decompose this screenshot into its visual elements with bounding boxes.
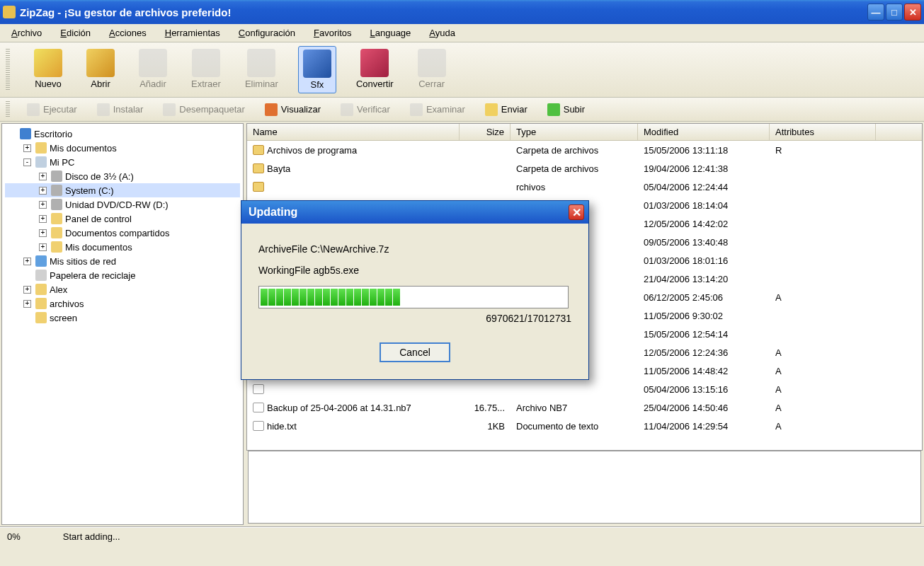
file-icon (253, 384, 264, 394)
tree-node-icon (51, 213, 62, 224)
ejecutar-icon (27, 103, 40, 116)
tree-node-label: Mis sitios de red (50, 256, 116, 267)
toolbar-sfx-button[interactable]: Sfx (298, 46, 336, 93)
status-percent: 0% (7, 531, 21, 542)
cancel-button[interactable]: Cancel (380, 342, 450, 362)
menu-acciones[interactable]: Acciones (101, 25, 155, 40)
toolbar-añadir-button: Añadir (135, 46, 171, 93)
toolbar-visualizar-button[interactable]: Visualizar (261, 101, 325, 118)
tree-node-label: Mis documentos (65, 242, 132, 253)
toolbar-extraer-button: Extraer (187, 46, 225, 93)
toolbar-subir-button[interactable]: Subir (543, 101, 589, 118)
expand-icon[interactable]: + (23, 258, 31, 265)
toolbar-desempaquetar-button: Desempaquetar (159, 101, 249, 118)
examinar-icon (410, 103, 423, 116)
column-name[interactable]: Name (247, 124, 460, 140)
tree-item[interactable]: Papelera de reciclaje (5, 268, 240, 282)
expand-icon[interactable]: + (39, 187, 47, 195)
tree-node-icon (51, 199, 62, 210)
menu-edición[interactable]: Edición (52, 25, 99, 40)
subir-icon (547, 103, 560, 116)
column-size[interactable]: Size (460, 124, 511, 140)
folder-icon (253, 145, 264, 155)
tree-item[interactable]: +Panel de control (5, 212, 240, 226)
convertir-icon (360, 49, 389, 77)
file-row[interactable]: hide.txt1KBDocumento de texto11/04/2006 … (247, 417, 922, 435)
menu-herramientas[interactable]: Herramientas (156, 25, 229, 40)
file-row[interactable]: rchivos05/04/2006 12:24:44 (247, 178, 922, 196)
column-type[interactable]: Type (511, 124, 638, 140)
tree-item[interactable]: +Disco de 3½ (A:) (5, 169, 240, 183)
tree-item[interactable]: +Documentos compartidos (5, 226, 240, 240)
file-row[interactable]: 05/04/2006 13:15:16A (247, 380, 922, 398)
tree-node-label: screen (50, 313, 77, 323)
expand-icon[interactable]: + (23, 300, 31, 308)
tree-node-label: System (C:) (65, 185, 114, 196)
maximize-button[interactable]: □ (886, 4, 903, 21)
folder-tree[interactable]: Escritorio+Mis documentos-Mi PC+Disco de… (1, 123, 244, 525)
menu-archivo[interactable]: Archivo (3, 25, 50, 40)
menu-ayuda[interactable]: Ayuda (421, 25, 464, 40)
file-row[interactable]: Archivos de programaCarpeta de archivos1… (247, 141, 922, 159)
expand-icon[interactable]: - (23, 158, 31, 166)
column-modified[interactable]: Modified (638, 124, 770, 140)
toolbar-enviar-button[interactable]: Enviar (481, 101, 532, 118)
expand-icon[interactable]: + (39, 215, 47, 223)
main-toolbar: NuevoAbrirAñadirExtraerEliminarSfxConver… (0, 42, 924, 98)
tree-node-icon (51, 171, 62, 182)
working-file-label: WorkingFile agb5s.exe (258, 265, 571, 276)
tree-node-label: Mis documentos (50, 143, 117, 154)
tree-item[interactable]: +System (C:) (5, 183, 240, 197)
expand-icon[interactable]: + (23, 286, 31, 294)
expand-icon[interactable]: + (39, 243, 47, 251)
expand-icon[interactable]: + (39, 201, 47, 209)
expand-icon[interactable]: + (23, 144, 31, 152)
tree-item[interactable]: +Mis documentos (5, 141, 240, 155)
expand-icon[interactable]: + (39, 229, 47, 237)
tree-node-icon (51, 185, 62, 196)
tree-item[interactable]: screen (5, 311, 240, 325)
tree-node-icon (35, 156, 47, 168)
tree-item[interactable]: +Mis sitios de red (5, 254, 240, 268)
menu-favoritos[interactable]: Favoritos (305, 25, 360, 40)
toolbar-examinar-button: Examinar (406, 101, 469, 118)
abrir-icon (86, 49, 115, 77)
archive-file-label: ArchiveFile C:\NewArchive.7z (258, 243, 571, 255)
dialog-close-button[interactable]: ✕ (569, 204, 584, 220)
column-attributes[interactable]: Attributes (770, 124, 876, 140)
extraer-icon (192, 49, 220, 77)
visualizar-icon (265, 103, 278, 116)
tree-node-icon (20, 128, 31, 139)
menu-configuración[interactable]: Configuración (230, 25, 304, 40)
toolbar-instalar-button: Instalar (93, 101, 148, 118)
file-row[interactable]: BaytaCarpeta de archivos19/04/2006 12:41… (247, 159, 922, 178)
file-row[interactable]: Backup of 25-04-2006 at 14.31.nb716.75..… (247, 398, 922, 417)
tree-item[interactable]: +Alex (5, 282, 240, 296)
tree-node-icon (35, 284, 47, 295)
close-button[interactable]: ✕ (904, 4, 921, 21)
toolbar-abrir-button[interactable]: Abrir (82, 46, 119, 93)
tree-item[interactable]: +Unidad DVD/CD-RW (D:) (5, 197, 240, 212)
tree-node-icon (35, 255, 47, 267)
tree-node-label: Papelera de reciclaje (50, 270, 135, 281)
menu-language[interactable]: Language (361, 25, 419, 40)
folder-icon (253, 182, 264, 192)
toolbar-nuevo-button[interactable]: Nuevo (30, 46, 67, 93)
nuevo-icon (34, 49, 62, 77)
updating-dialog: Updating ✕ ArchiveFile C:\NewArchive.7z … (241, 200, 589, 380)
folder-icon (253, 163, 264, 173)
toolbar-convertir-button[interactable]: Convertir (352, 46, 398, 93)
verificar-icon (341, 103, 353, 116)
tree-node-label: Documentos compartidos (65, 228, 169, 238)
tree-node-label: Mi PC (50, 157, 74, 168)
expand-icon[interactable]: + (39, 173, 47, 180)
toolbar-grip-icon (6, 101, 10, 118)
minimize-button[interactable]: — (867, 4, 884, 21)
tree-item[interactable]: Escritorio (5, 127, 240, 141)
toolbar-ejecutar-button: Ejecutar (23, 101, 81, 118)
tree-item[interactable]: +Mis documentos (5, 240, 240, 254)
tree-node-label: Disco de 3½ (A:) (65, 171, 134, 182)
tree-item[interactable]: -Mi PC (5, 155, 240, 169)
tree-item[interactable]: +archivos (5, 296, 240, 311)
toolbar-eliminar-button: Eliminar (241, 46, 283, 93)
